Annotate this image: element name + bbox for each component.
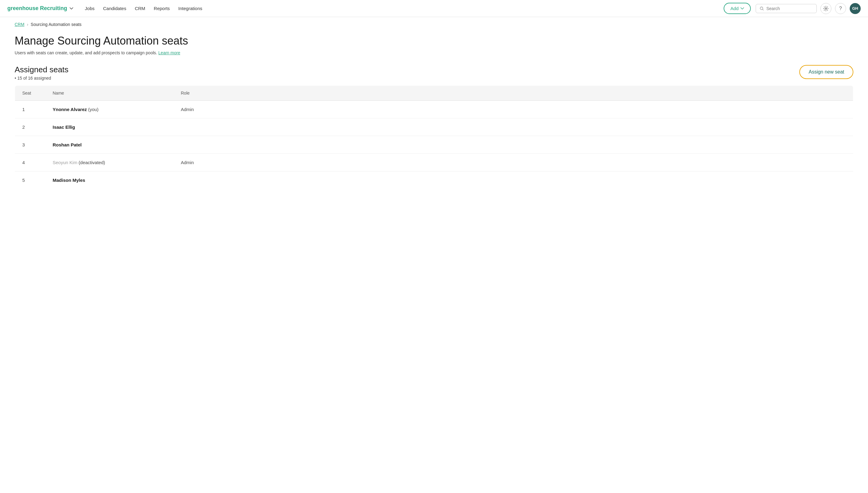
user-name-bold: Roshan Patel bbox=[53, 142, 82, 147]
section-title-group: Assigned seats • 15 of 16 assigned bbox=[15, 65, 68, 81]
nav-jobs[interactable]: Jobs bbox=[81, 3, 98, 14]
user-name-bold: Isaac Ellig bbox=[53, 125, 75, 130]
table-row: 3 Roshan Patel bbox=[15, 136, 853, 154]
seat-number: 3 bbox=[15, 136, 45, 154]
table-row: 4 Seoyun Kim (deactivated) Admin bbox=[15, 154, 853, 171]
seats-table: Seat Name Role 1 Ynonne Alvarez (you) Ad… bbox=[15, 85, 853, 189]
table-row: 2 Isaac Ellig bbox=[15, 119, 853, 136]
nav-crm[interactable]: CRM bbox=[131, 3, 149, 14]
settings-icon bbox=[823, 6, 829, 11]
table-header-row: Seat Name Role bbox=[15, 86, 853, 101]
seat-number: 1 bbox=[15, 101, 45, 119]
col-name-header: Name bbox=[45, 86, 174, 101]
nav-reports[interactable]: Reports bbox=[150, 3, 174, 14]
add-label: Add bbox=[731, 6, 739, 11]
user-name-deactivated: Seoyun Kim bbox=[53, 160, 78, 165]
logo-dropdown-icon[interactable] bbox=[69, 7, 74, 10]
add-button[interactable]: Add bbox=[724, 3, 751, 14]
col-role-header: Role bbox=[174, 86, 853, 101]
user-name-cell: Isaac Ellig bbox=[45, 119, 174, 136]
logo-greenhouse: greenhouse bbox=[7, 5, 39, 11]
user-name-cell: Ynonne Alvarez (you) bbox=[45, 101, 174, 119]
nav-candidates[interactable]: Candidates bbox=[100, 3, 130, 14]
user-avatar[interactable]: GH bbox=[850, 3, 861, 14]
user-name-cell: Roshan Patel bbox=[45, 136, 174, 154]
table-body: 1 Ynonne Alvarez (you) Admin 2 Isaac Ell… bbox=[15, 101, 853, 189]
table-header: Seat Name Role bbox=[15, 86, 853, 101]
logo-recruiting: Recruiting bbox=[40, 5, 67, 11]
seat-number: 5 bbox=[15, 171, 45, 189]
avatar-initials: GH bbox=[852, 6, 858, 11]
user-role bbox=[174, 136, 853, 154]
settings-icon-button[interactable] bbox=[820, 3, 831, 14]
learn-more-link[interactable]: Learn more bbox=[158, 50, 181, 55]
nav-links: Jobs Candidates CRM Reports Integrations bbox=[81, 3, 721, 14]
breadcrumb-current: Sourcing Automation seats bbox=[31, 22, 82, 27]
section-count: • 15 of 16 assigned bbox=[15, 76, 68, 81]
breadcrumb: CRM › Sourcing Automation seats bbox=[0, 17, 868, 29]
user-role: Admin bbox=[174, 101, 853, 119]
nav-right: ? GH bbox=[756, 3, 861, 14]
user-name-bold: Ynonne Alvarez bbox=[53, 107, 87, 112]
page-subtitle: Users with seats can create, update, and… bbox=[15, 50, 853, 55]
assign-new-seat-button[interactable]: Assign new seat bbox=[799, 65, 853, 79]
help-icon-button[interactable]: ? bbox=[835, 3, 846, 14]
main-content: Manage Sourcing Automation seats Users w… bbox=[0, 29, 868, 199]
table-row: 1 Ynonne Alvarez (you) Admin bbox=[15, 101, 853, 119]
search-box[interactable] bbox=[756, 4, 817, 13]
logo-text: greenhouse Recruiting bbox=[7, 5, 67, 12]
seat-number: 2 bbox=[15, 119, 45, 136]
user-role bbox=[174, 119, 853, 136]
user-name-cell: Madison Myles bbox=[45, 171, 174, 189]
user-name-suffix: (you) bbox=[88, 107, 99, 112]
page-title: Manage Sourcing Automation seats bbox=[15, 34, 853, 47]
breadcrumb-separator: › bbox=[27, 22, 28, 27]
seat-number: 4 bbox=[15, 154, 45, 171]
logo-area: greenhouse Recruiting bbox=[7, 5, 74, 12]
user-name-bold: Madison Myles bbox=[53, 177, 85, 183]
breadcrumb-crm-link[interactable]: CRM bbox=[15, 22, 24, 27]
user-role bbox=[174, 171, 853, 189]
page-subtitle-text: Users with seats can create, update, and… bbox=[15, 50, 157, 55]
user-name-cell: Seoyun Kim (deactivated) bbox=[45, 154, 174, 171]
user-role: Admin bbox=[174, 154, 853, 171]
nav-integrations[interactable]: Integrations bbox=[174, 3, 206, 14]
help-icon: ? bbox=[839, 6, 842, 11]
table-row: 5 Madison Myles bbox=[15, 171, 853, 189]
svg-point-1 bbox=[825, 8, 827, 9]
search-icon bbox=[760, 6, 764, 11]
col-seat-header: Seat bbox=[15, 86, 45, 101]
navbar: greenhouse Recruiting Jobs Candidates CR… bbox=[0, 0, 868, 17]
search-input[interactable] bbox=[766, 6, 813, 11]
user-name-suffix: (deactivated) bbox=[79, 160, 105, 165]
section-header: Assigned seats • 15 of 16 assigned Assig… bbox=[15, 65, 853, 81]
section-title: Assigned seats bbox=[15, 65, 68, 74]
